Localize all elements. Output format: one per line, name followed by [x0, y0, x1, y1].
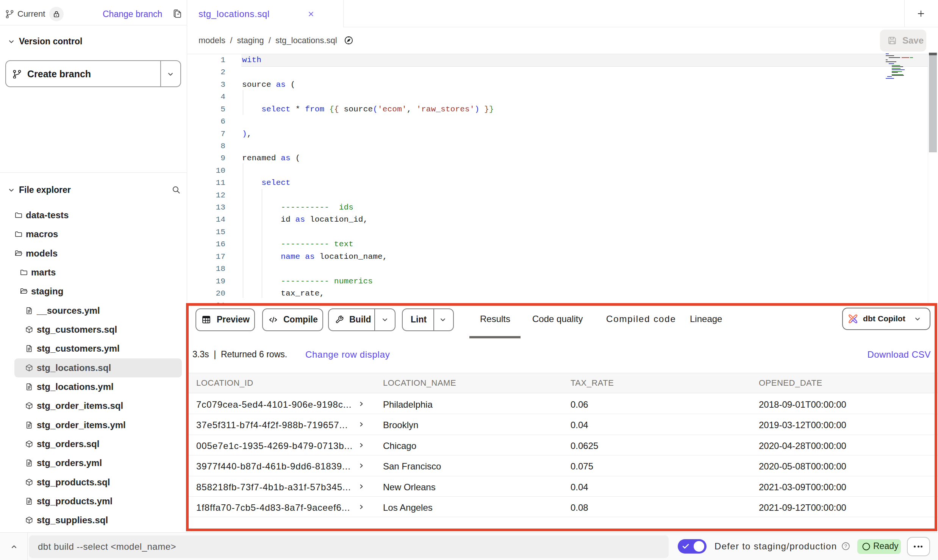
svg-text:?: ?	[844, 543, 847, 549]
